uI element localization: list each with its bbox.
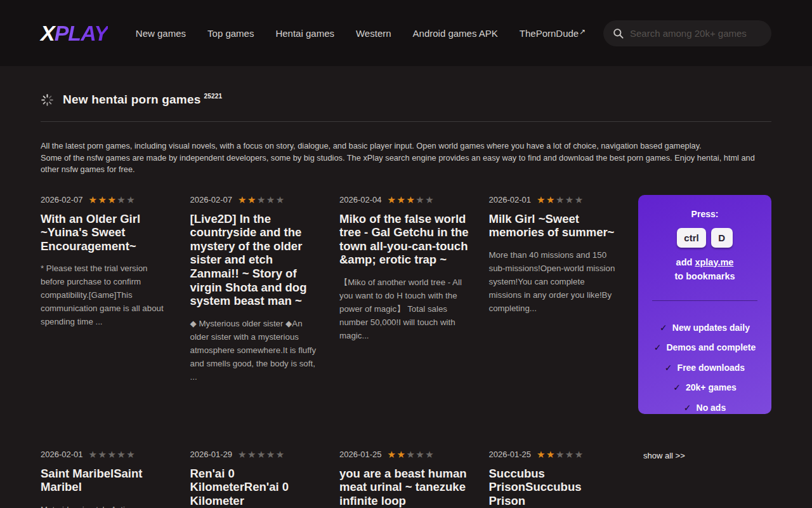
game-date: 2026-02-01 <box>489 195 532 204</box>
game-description: Metroidvania-style Action ... <box>41 503 171 508</box>
game-title[interactable]: Ren'ai 0 KilometerRen'ai 0 Kilometer <box>190 467 320 508</box>
press-label: Press: <box>647 209 763 219</box>
feature-item: ✓New updates daily <box>647 323 763 333</box>
game-date: 2026-02-07 <box>41 195 83 204</box>
feature-label: Free downloads <box>678 363 745 373</box>
nav-new-games[interactable]: New games <box>136 28 186 39</box>
game-title[interactable]: Milk Girl ~Sweet memories of summer~ <box>489 212 619 239</box>
rating-stars: ★★★★★ <box>89 195 136 204</box>
feature-item: ✓No ads <box>647 403 763 413</box>
shortcut-keys: ctrl D <box>647 228 763 248</box>
feature-item: ✓Demos and complete <box>647 342 763 352</box>
game-title[interactable]: Succubus PrisonSuccubus Prison <box>489 467 619 508</box>
game-card[interactable]: 2026-01-29 ★★★★★ Ren'ai 0 KilometerRen'a… <box>190 450 320 508</box>
feature-label: New updates daily <box>672 323 750 333</box>
logo-x: X <box>41 21 55 45</box>
game-description: 【Miko of another world tree - All you wa… <box>339 276 469 342</box>
feature-item: ✓20k+ games <box>647 382 763 392</box>
card-meta: 2026-02-01 ★★★★★ <box>41 450 171 459</box>
logo-play: PLAY <box>55 21 108 45</box>
bookmark-promo-card: Press: ctrl D add xplay.me to bookmarks … <box>638 195 771 414</box>
main-nav: New games Top games Hentai games Western… <box>136 28 586 39</box>
external-link-icon: ↗ <box>579 27 586 36</box>
card-meta: 2026-02-07 ★★★★★ <box>41 195 171 204</box>
game-card[interactable]: 2026-01-25 ★★★★★ Succubus PrisonSuccubus… <box>489 450 619 508</box>
card-meta: 2026-02-04 ★★★★★ <box>339 195 469 204</box>
d-key: D <box>711 228 733 248</box>
check-icon: ✓ <box>684 403 691 413</box>
site-logo[interactable]: XPLAY <box>41 21 108 46</box>
intro-line-2: Some of the nsfw games are made by indep… <box>41 153 755 175</box>
game-title[interactable]: [Live2D] In the countryside and the myst… <box>190 212 320 308</box>
game-card[interactable]: 2026-02-07 ★★★★★ [Live2D] In the country… <box>190 195 320 414</box>
card-meta: 2026-02-07 ★★★★★ <box>190 195 320 204</box>
show-all-link[interactable]: show all >> <box>638 450 685 508</box>
ctrl-key: ctrl <box>677 228 705 248</box>
nav-theporndude[interactable]: ThePornDude↗ <box>520 28 586 39</box>
games-grid: 2026-02-07 ★★★★★ With an Older Girl ~Yui… <box>41 195 771 508</box>
feature-label: No ads <box>697 403 726 413</box>
game-date: 2026-01-25 <box>489 450 532 459</box>
game-card[interactable]: 2026-02-01 ★★★★★ Saint MaribelSaint Mari… <box>41 450 171 508</box>
card-meta: 2026-02-01 ★★★★★ <box>489 195 619 204</box>
games-count-badge: 25221 <box>204 93 222 100</box>
check-icon: ✓ <box>673 382 681 392</box>
card-meta: 2026-01-25 ★★★★★ <box>339 450 469 459</box>
heading-divider <box>41 121 771 122</box>
intro-text: All the latest porn games, including vis… <box>41 140 771 176</box>
promo-divider <box>652 300 757 301</box>
check-icon: ✓ <box>665 363 672 373</box>
rating-stars: ★★★★★ <box>388 195 435 204</box>
game-title[interactable]: Saint MaribelSaint Maribel <box>41 467 171 494</box>
to-bookmarks-line: to bookmarks <box>647 271 763 281</box>
game-card[interactable]: 2026-01-25 ★★★★★ you are a beast human m… <box>339 450 469 508</box>
rating-stars: ★★★★★ <box>537 450 584 459</box>
check-icon: ✓ <box>654 342 662 352</box>
card-meta: 2026-01-29 ★★★★★ <box>190 450 320 459</box>
card-meta: 2026-01-25 ★★★★★ <box>489 450 619 459</box>
game-title[interactable]: With an Older Girl ~Yuina's Sweet Encour… <box>41 212 171 253</box>
rating-stars: ★★★★★ <box>238 450 285 459</box>
feature-list: ✓New updates daily ✓Demos and complete ✓… <box>647 323 763 413</box>
search-bar[interactable] <box>603 20 771 46</box>
feature-label: 20k+ games <box>686 382 737 392</box>
page-title: New hentai porn games25221 <box>63 93 222 107</box>
game-description: ◆ Mysterious older sister ◆An older sist… <box>190 317 320 384</box>
nav-android-apk[interactable]: Android games APK <box>413 28 498 39</box>
feature-item: ✓Free downloads <box>647 363 763 373</box>
game-card[interactable]: 2026-02-04 ★★★★★ Miko of the false world… <box>339 195 469 414</box>
rating-stars: ★★★★★ <box>89 450 136 459</box>
nav-western[interactable]: Western <box>356 28 391 39</box>
game-description: * Please test the trial version before p… <box>41 262 171 328</box>
intro-line-1: All the latest porn games, including vis… <box>41 141 702 150</box>
page-heading-row: New hentai porn games25221 <box>41 93 771 107</box>
feature-label: Demos and complete <box>666 342 756 352</box>
loading-spinner-icon <box>41 93 54 107</box>
rating-stars: ★★★★★ <box>388 450 435 459</box>
game-date: 2026-02-07 <box>190 195 233 204</box>
rating-stars: ★★★★★ <box>537 195 584 204</box>
game-card[interactable]: 2026-02-07 ★★★★★ With an Older Girl ~Yui… <box>41 195 171 414</box>
page-title-text: New hentai porn games <box>63 93 200 106</box>
add-label: add <box>676 257 693 267</box>
search-icon <box>612 27 624 39</box>
game-card[interactable]: 2026-02-01 ★★★★★ Milk Girl ~Sweet memori… <box>489 195 619 414</box>
main-content: New hentai porn games25221 All the lates… <box>0 93 812 508</box>
nav-top-games[interactable]: Top games <box>207 28 254 39</box>
check-icon: ✓ <box>660 323 667 333</box>
game-description: More than 40 missions and 150 sub-missio… <box>489 248 619 315</box>
add-bookmark-line: add xplay.me <box>647 257 763 267</box>
nav-theporndude-label: ThePornDude <box>520 28 579 39</box>
game-title[interactable]: you are a beast human meat urinal ~ tane… <box>339 467 469 508</box>
site-header: XPLAY New games Top games Hentai games W… <box>0 0 812 66</box>
search-input[interactable] <box>630 28 763 39</box>
game-date: 2026-02-01 <box>41 450 83 459</box>
nav-hentai-games[interactable]: Hentai games <box>275 28 334 39</box>
xplay-me-link[interactable]: xplay.me <box>695 257 733 267</box>
game-date: 2026-01-29 <box>190 450 233 459</box>
game-title[interactable]: Miko of the false world tree - Gal Getch… <box>339 212 469 267</box>
rating-stars: ★★★★★ <box>238 195 285 204</box>
game-date: 2026-02-04 <box>339 195 382 204</box>
game-date: 2026-01-25 <box>339 450 382 459</box>
